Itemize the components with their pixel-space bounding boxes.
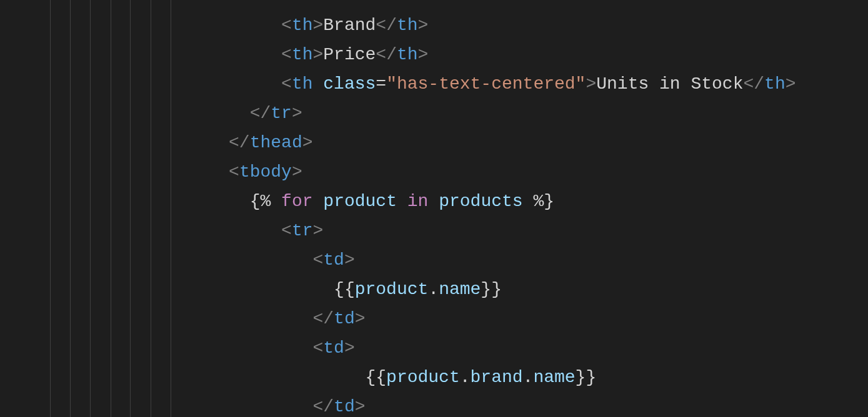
code-token: </	[250, 104, 271, 123]
code-token	[397, 192, 407, 211]
code-token: name	[439, 280, 481, 299]
code-token: >	[313, 221, 324, 240]
code-token: }}	[481, 280, 502, 299]
code-token: <	[281, 16, 292, 35]
code-line[interactable]: </td>	[19, 392, 868, 417]
code-line[interactable]: <td>	[19, 333, 868, 363]
code-token: Brand	[323, 16, 376, 35]
code-token	[428, 192, 439, 211]
code-token: </	[376, 16, 397, 35]
code-token: <	[312, 250, 323, 270]
code-token: >	[786, 74, 796, 94]
code-token: >	[418, 45, 429, 64]
code-token: >	[344, 338, 355, 358]
code-token: tr	[271, 104, 292, 123]
code-token: </	[743, 74, 764, 94]
code-line[interactable]: <td>	[19, 245, 868, 275]
code-token: <	[229, 162, 239, 182]
code-token: >	[313, 16, 324, 35]
code-token: >	[313, 45, 324, 64]
code-token: td	[334, 309, 355, 328]
code-token: "has-text-centered"	[386, 74, 586, 94]
code-line[interactable]: {{product.name}}	[19, 275, 868, 304]
code-line[interactable]: {% for product in products %}	[19, 187, 868, 216]
code-token: >	[292, 162, 302, 182]
code-token: >	[302, 133, 313, 152]
code-token: >	[586, 74, 596, 94]
code-token: >	[355, 397, 366, 416]
code-token: in	[407, 192, 429, 211]
code-token: %}	[523, 192, 554, 211]
code-token: {{	[334, 280, 355, 299]
code-token: product	[355, 280, 429, 299]
code-editor[interactable]: <th>Brand</th> <th>Price</th> <th class=…	[0, 0, 868, 417]
code-token: name	[533, 368, 575, 387]
code-token: product	[386, 368, 460, 387]
code-token: brand	[471, 368, 523, 387]
code-token: .	[460, 368, 471, 387]
code-token: <	[281, 74, 292, 94]
code-token: Price	[323, 45, 376, 64]
code-token: }}	[576, 368, 597, 387]
code-token: {{	[366, 368, 387, 387]
code-token: th	[292, 74, 313, 94]
code-line[interactable]: <tr>	[19, 216, 868, 245]
code-token: th	[292, 45, 313, 64]
code-token: th	[397, 16, 418, 35]
code-line[interactable]: <th>Brand</th>	[19, 11, 868, 40]
code-token: </	[229, 133, 250, 152]
code-token: =	[376, 74, 386, 94]
code-token	[313, 74, 324, 94]
code-token: <	[312, 338, 323, 358]
code-token: products	[439, 192, 522, 211]
code-token: thead	[250, 133, 302, 152]
code-token: </	[312, 397, 334, 416]
code-line[interactable]: {{product.brand.name}}	[19, 363, 868, 392]
code-token: td	[323, 338, 344, 358]
code-token: <	[281, 45, 292, 64]
code-token: >	[418, 16, 429, 35]
code-token: </	[376, 45, 397, 64]
code-line[interactable]: <th class="has-text-centered">Units in S…	[19, 69, 868, 99]
code-token: th	[292, 16, 313, 35]
code-line[interactable]: </td>	[19, 304, 868, 333]
code-token	[313, 192, 324, 211]
code-token: product	[323, 192, 397, 211]
code-token: >	[355, 309, 366, 328]
code-token: th	[764, 74, 786, 94]
code-token: </	[312, 309, 334, 328]
code-token: class	[323, 74, 376, 94]
code-token: .	[523, 368, 534, 387]
code-token: tbody	[239, 162, 292, 182]
code-token: th	[397, 45, 418, 64]
code-token: >	[344, 250, 355, 270]
code-line[interactable]: <th>Price</th>	[19, 40, 868, 69]
code-line[interactable]: </thead>	[19, 128, 868, 157]
code-token: tr	[292, 221, 313, 240]
code-token: td	[334, 397, 355, 416]
code-line[interactable]: <tbody>	[19, 157, 868, 187]
code-token: td	[323, 250, 344, 270]
code-token: Units in Stock	[596, 74, 743, 94]
code-token: {%	[250, 192, 281, 211]
code-token: .	[428, 280, 439, 299]
code-line[interactable]: </tr>	[19, 99, 868, 128]
code-token: <	[281, 221, 292, 240]
code-token: >	[292, 104, 302, 123]
code-token: for	[281, 192, 312, 211]
